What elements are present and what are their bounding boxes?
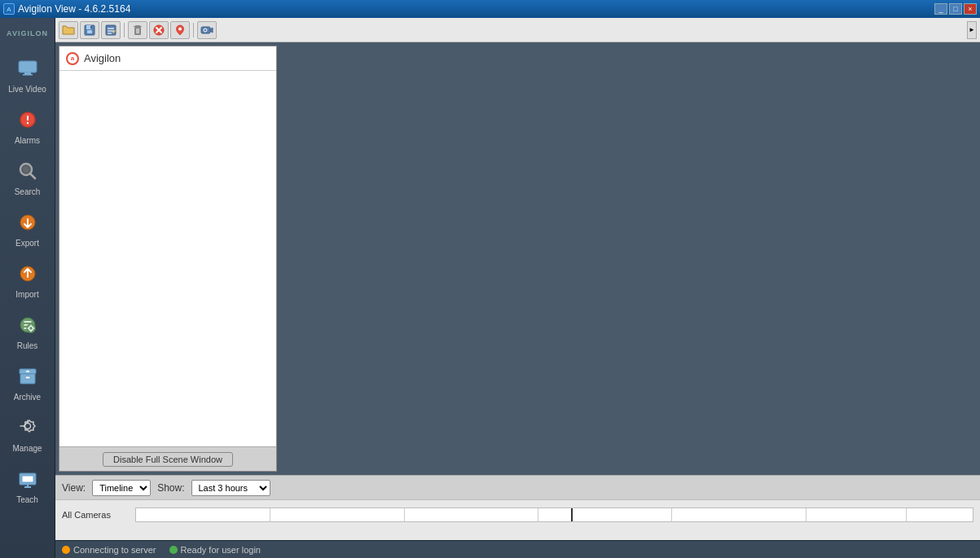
sidebar-item-live-video[interactable]: Live Video (2, 49, 53, 99)
sidebar-item-search[interactable]: Search (2, 152, 53, 201)
svg-point-44 (178, 27, 182, 30)
title-bar: A Avigilon View - 4.6.2.5164 _ □ × (0, 0, 980, 18)
camera-panel-header: a Avigilon (59, 46, 276, 71)
svg-rect-0 (19, 61, 37, 72)
rules-icon (13, 310, 42, 340)
search-icon (13, 156, 42, 186)
show-label: Show: (157, 482, 184, 494)
svg-rect-33 (90, 26, 92, 29)
svg-rect-45 (201, 27, 210, 33)
svg-rect-2 (23, 74, 33, 76)
status-item-ready: Ready for user login (169, 545, 261, 555)
toolbar: ► (55, 18, 980, 42)
sidebar-item-export-label: Export (15, 239, 39, 248)
status-item-connecting: Connecting to server (62, 545, 156, 555)
sidebar-item-rules-label: Rules (17, 341, 38, 350)
camera-panel-body (59, 71, 276, 446)
svg-rect-21 (25, 376, 30, 379)
edit-button[interactable] (101, 21, 121, 39)
minimize-button[interactable]: _ (934, 3, 947, 15)
viewer-area: a Avigilon Disable Full Scene Window (55, 42, 980, 475)
sidebar-item-manage[interactable]: Manage (2, 408, 53, 458)
status-bar: Connecting to server Ready for user logi… (55, 540, 980, 558)
sidebar-item-archive-label: Archive (14, 393, 41, 402)
status-text-connecting: Connecting to server (73, 545, 156, 555)
stop-button[interactable] (149, 21, 169, 39)
avigilon-logo-small: a (66, 52, 79, 65)
show-select[interactable]: Last 3 hours Last hour Last 24 hours Cus… (191, 480, 270, 496)
svg-line-8 (30, 174, 35, 178)
sidebar-item-rules[interactable]: Rules (2, 305, 53, 355)
toolbar-scroll-button[interactable]: ► (967, 21, 977, 39)
camera-panel: a Avigilon Disable Full Scene Window (59, 46, 277, 472)
export-icon (13, 208, 42, 237)
manage-icon (13, 413, 42, 442)
sidebar-item-teach-label: Teach (16, 495, 38, 504)
svg-rect-38 (134, 27, 141, 35)
view-label: View: (62, 482, 86, 494)
maximize-button[interactable]: □ (949, 3, 962, 15)
archive-icon (13, 362, 42, 391)
svg-point-23 (24, 424, 30, 429)
timeline-track-area: All Cameras (55, 500, 980, 540)
sidebar-logo-text: AVIGILON (7, 29, 48, 37)
add-camera-button[interactable] (197, 21, 217, 39)
timeline-cursor (571, 508, 573, 521)
timeline-controls: View: Timeline Day Week Show: Last 3 hou… (55, 476, 980, 500)
svg-point-5 (26, 122, 28, 124)
sidebar-item-search-label: Search (15, 187, 41, 196)
sidebar-item-manage-label: Manage (12, 444, 42, 453)
content-area: ► a Avigilon Disable Full Scene Window (55, 18, 980, 558)
location-button[interactable] (170, 21, 190, 39)
delete-camera-button[interactable] (128, 21, 147, 39)
sidebar-item-alarms[interactable]: Alarms (2, 100, 53, 150)
alarm-icon (13, 105, 42, 134)
track-timeline-all-cameras[interactable] (135, 507, 973, 522)
track-row-all-cameras: All Cameras (62, 503, 973, 526)
main-viewer (280, 46, 977, 472)
status-dot-ready (169, 546, 178, 554)
sidebar-item-teach[interactable]: Teach (2, 459, 53, 509)
disable-full-scene-button[interactable]: Disable Full Scene Window (103, 452, 233, 467)
sidebar-item-alarms-label: Alarms (15, 136, 40, 145)
svg-rect-1 (24, 72, 31, 74)
open-folder-button[interactable] (59, 21, 78, 39)
import-icon (13, 259, 42, 288)
status-dot-connecting (62, 546, 70, 554)
status-text-ready: Ready for user login (181, 545, 261, 555)
sidebar-item-archive[interactable]: Archive (2, 357, 53, 406)
view-select[interactable]: Timeline Day Week (92, 480, 151, 496)
toolbar-separator-2 (193, 23, 194, 37)
sidebar-item-export[interactable]: Export (2, 203, 53, 253)
sidebar-item-import-label: Import (15, 290, 38, 299)
monitor-icon (13, 54, 42, 83)
save-button[interactable] (80, 21, 99, 39)
avigilon-brand-name: Avigilon (84, 52, 121, 64)
svg-rect-4 (27, 116, 29, 121)
timeline-area: View: Timeline Day Week Show: Last 3 hou… (55, 475, 980, 540)
svg-rect-32 (87, 30, 92, 33)
sidebar: AVIGILON Live Video Alarms (0, 18, 55, 558)
app-title: Avigilon View - 4.6.2.5164 (18, 3, 130, 15)
app-icon: A (3, 3, 15, 15)
close-button[interactable]: × (964, 3, 977, 15)
teach-icon (13, 464, 42, 494)
track-label-all-cameras: All Cameras (62, 510, 135, 520)
title-left: A Avigilon View - 4.6.2.5164 (3, 3, 130, 15)
svg-rect-27 (22, 476, 33, 482)
svg-point-9 (23, 166, 29, 173)
camera-panel-footer: Disable Full Scene Window (59, 446, 276, 471)
sidebar-logo: AVIGILON (3, 21, 52, 46)
toolbar-separator-1 (124, 23, 125, 37)
sidebar-item-import[interactable]: Import (2, 254, 53, 304)
title-controls[interactable]: _ □ × (934, 3, 977, 15)
sidebar-item-live-video-label: Live Video (8, 85, 46, 94)
svg-rect-22 (26, 371, 29, 372)
main-container: AVIGILON Live Video Alarms (0, 18, 980, 558)
